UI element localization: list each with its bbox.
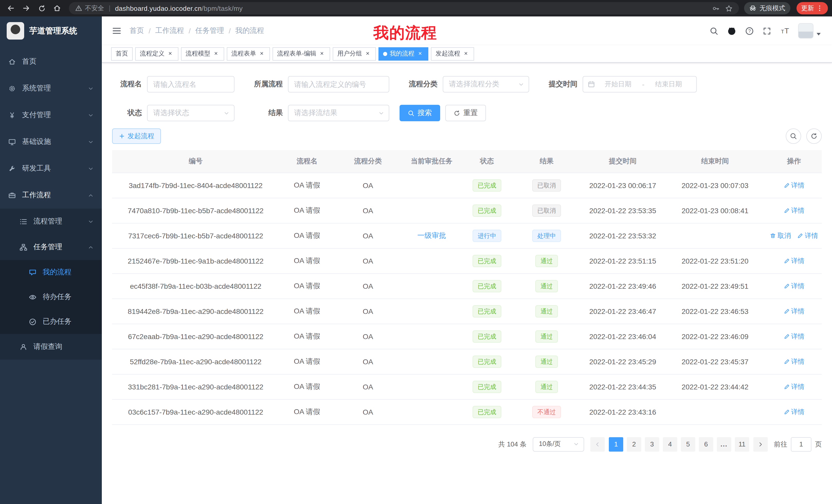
action-cancel[interactable]: 取消 [770,231,791,240]
category-select[interactable]: 请选择流程分类 [443,76,529,92]
pagination-prev-button[interactable] [590,437,605,451]
close-icon[interactable]: × [166,50,174,57]
process-name-input[interactable] [147,76,234,92]
action-detail[interactable]: 详情 [783,180,805,190]
close-icon[interactable]: × [318,50,326,57]
tab-my-process[interactable]: 我的流程× [379,47,428,60]
toggle-search-button[interactable] [786,129,801,144]
browser-home-button[interactable] [50,2,64,15]
action-detail[interactable]: 详情 [783,256,805,265]
pagination-pages: 123456...11 [609,437,749,451]
goto-page-input[interactable] [791,437,811,451]
tab-user-group[interactable]: 用户分组× [333,47,376,60]
pagination-more[interactable]: ... [717,437,731,451]
pagination-page-1[interactable]: 1 [609,437,623,451]
search-icon[interactable] [710,26,718,35]
cell-submit-time: 2022-01-22 23:46:04 [581,324,664,349]
date-range-picker[interactable]: 开始日期 - 结束日期 [582,76,697,92]
sidebar-item-my-process[interactable]: 我的流程 [0,260,102,285]
pagination-page-5[interactable]: 5 [681,437,695,451]
tab-process-model[interactable]: 流程模型× [181,47,224,60]
create-process-button[interactable]: 发起流程 [112,129,161,144]
action-detail[interactable]: 详情 [783,206,805,215]
column-header: 编号 [112,150,279,173]
action-detail[interactable]: 详情 [783,332,805,341]
cell-status: 已完成 [462,374,512,399]
browser-forward-button[interactable] [20,2,33,15]
action-detail[interactable]: 详情 [783,306,805,316]
sidebar-item-home[interactable]: 首页 [0,48,102,75]
password-key-icon[interactable] [712,4,720,12]
tab-process-definition[interactable]: 流程定义× [135,47,178,60]
user-avatar-menu[interactable] [798,23,821,38]
cell-end-time: 2022-01-22 23:46:53 [664,299,766,324]
help-icon[interactable]: ? [745,26,754,35]
address-bar[interactable]: 不安全 | dashboard.yudao.iocoder.cn/bpm/tas… [69,2,739,15]
action-detail[interactable]: 详情 [783,357,805,366]
tab-start-process[interactable]: 发起流程× [431,47,474,60]
pagination-next-button[interactable] [753,437,768,451]
sidebar-item-workflow[interactable]: 工作流程 [0,182,102,208]
result-badge: 通过 [535,381,558,393]
reset-button[interactable]: 重置 [445,105,486,121]
bookmark-star-icon[interactable] [725,4,733,12]
search-button[interactable]: 搜索 [399,105,440,121]
cell-current-task [401,349,462,374]
sidebar-item-process-mgmt[interactable]: 流程管理 [0,208,102,234]
tab-home[interactable]: 首页 [111,47,133,60]
tab-process-form[interactable]: 流程表单× [227,47,270,60]
github-icon[interactable] [727,26,736,35]
sidebar-item-todo-task[interactable]: 待办任务 [0,285,102,309]
tool-icon [8,165,16,172]
close-icon[interactable]: × [462,50,469,57]
security-chip[interactable]: 不安全 [75,4,104,12]
breadcrumb-item[interactable]: 工作流程 [155,26,184,35]
sidebar-toggle-icon[interactable] [112,26,121,35]
current-task-link[interactable]: 一级审批 [417,231,446,240]
sidebar-item-leave-query[interactable]: 请假查询 [0,334,102,360]
sidebar-item-dev-tools[interactable]: 研发工具 [0,155,102,182]
sidebar-item-label: 工作流程 [22,191,51,200]
close-icon[interactable]: × [364,50,371,57]
action-detail[interactable]: 详情 [783,407,805,416]
sidebar-menu: 首页系统管理支付管理基础设施研发工具工作流程流程管理任务管理我的流程待办任务已办… [0,45,102,360]
pagination-page-4[interactable]: 4 [663,437,677,451]
page-size-select[interactable]: 10条/页 [533,437,584,451]
sidebar-item-infrastructure[interactable]: 基础设施 [0,129,102,155]
action-detail[interactable]: 详情 [797,231,818,240]
close-icon[interactable]: × [212,50,219,57]
pagination-page-2[interactable]: 2 [627,437,641,451]
fullscreen-icon[interactable] [762,26,771,35]
result-select[interactable]: 请选择流结果 [288,105,389,121]
cell-submit-time: 2022-01-22 23:53:32 [581,223,664,248]
sidebar-item-payment[interactable]: 支付管理 [0,102,102,129]
action-detail[interactable]: 详情 [783,281,805,290]
refresh-table-button[interactable] [806,129,822,144]
pagination-page-3[interactable]: 3 [645,437,659,451]
column-header: 提交时间 [581,150,664,173]
tab-process-form-edit[interactable]: 流程表单-编辑× [272,47,330,60]
close-icon[interactable]: × [258,50,265,57]
app-logo[interactable]: 芋道管理系统 [0,17,102,45]
sidebar-item-system[interactable]: 系统管理 [0,75,102,102]
cell-actions: 详情 [766,173,822,198]
breadcrumb-item[interactable]: 首页 [130,26,144,35]
sidebar-item-done-task[interactable]: 已办任务 [0,309,102,334]
font-size-icon[interactable]: TT [780,26,789,35]
close-icon[interactable]: × [417,50,424,57]
sidebar: 芋道管理系统 首页系统管理支付管理基础设施研发工具工作流程流程管理任务管理我的流… [0,17,102,504]
pagination-page-11[interactable]: 11 [735,437,749,451]
status-select[interactable]: 请选择状态 [147,105,234,121]
browser-reload-button[interactable] [35,2,48,15]
breadcrumb-item[interactable]: 任务管理 [196,26,224,35]
update-label: 更新 [801,4,814,12]
action-detail[interactable]: 详情 [783,382,805,391]
process-def-input[interactable] [288,76,389,92]
pagination-page-6[interactable]: 6 [699,437,713,451]
cell-submit-time: 2022-01-23 00:06:17 [581,173,664,198]
browser-update-button[interactable]: 更新 [797,2,828,15]
browser-back-button[interactable] [4,2,18,15]
sidebar-item-task-mgmt[interactable]: 任务管理 [0,234,102,260]
cell-category: OA [335,299,401,324]
cell-process-name: OA 请假 [279,223,335,248]
